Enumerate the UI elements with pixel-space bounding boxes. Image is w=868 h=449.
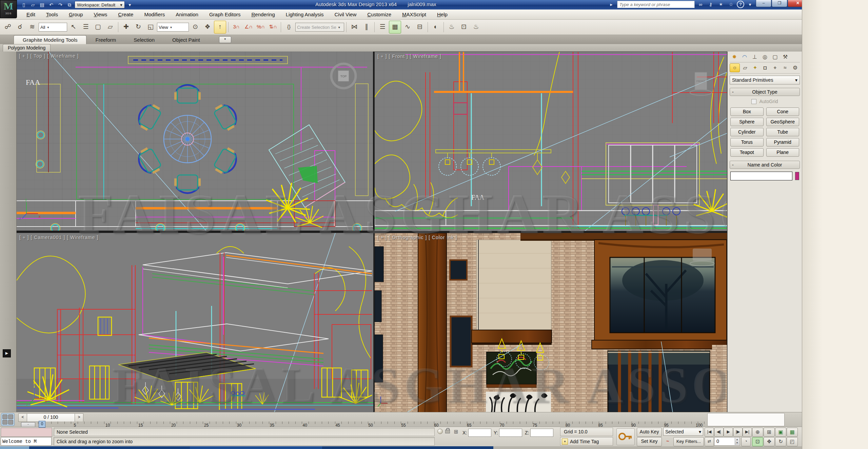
geometry-category-icon[interactable]: ○ [730,63,740,72]
select-and-move-icon[interactable]: ✚ [120,21,132,33]
viewport-orthographic-label[interactable]: [ + ] [ Orthographic ] [ Color Ink ] [377,235,457,240]
zoom-extents-icon[interactable]: ▣ [775,428,786,437]
search-input[interactable] [617,1,695,8]
primitive-category-dropdown[interactable]: Standard Primitives ▾ [730,76,800,84]
percent-snap-icon[interactable]: %∩ [255,21,267,33]
selection-filter-dropdown[interactable]: All▾ [39,23,67,32]
maxscript-listener-text[interactable]: Welcome to M [1,437,52,446]
ribbon-tab-selection[interactable]: Selection [125,36,163,44]
snaps-toggle-icon[interactable]: 3∩ [231,21,242,33]
lights-category-icon[interactable]: ✦ [750,64,760,72]
zoom-region-icon[interactable]: ⊡ [752,437,763,446]
pan-icon[interactable]: ✥ [764,437,775,446]
mirror-icon[interactable]: ⋈ [349,21,360,33]
named-selection-dropdown[interactable]: Create Selection Se▾ [295,23,344,32]
open-file-button[interactable]: ▱ [29,1,37,8]
keying-selection-dropdown[interactable]: Selected ▾ [663,428,703,436]
current-frame-marker[interactable]: 0 [39,421,45,428]
orbit-icon[interactable]: ↻ [775,437,786,446]
redo-button[interactable]: ↷ [56,1,64,8]
autogrid-checkbox[interactable] [751,99,756,104]
frame-forward-button[interactable]: > [75,414,83,422]
rectangular-selection-region-icon[interactable]: ▢ [92,21,104,33]
menu-create[interactable]: Create [113,10,139,19]
graphite-ribbon-toggle-icon[interactable]: ▦ [389,21,401,34]
curve-editor-icon[interactable]: ∿ [402,21,413,33]
key-filters-button[interactable]: Key Filters... [673,437,704,446]
modify-tab-icon[interactable]: ◠ [740,53,749,61]
name-and-color-rollout[interactable]: - Name and Color [730,161,800,169]
menu-customize[interactable]: Customize [362,10,397,19]
menu-group[interactable]: Group [63,10,88,19]
zoom-all-icon[interactable]: ⊞ [764,428,775,437]
render-production-icon[interactable]: ♨ [470,21,482,33]
select-object-icon[interactable]: ↖ [68,21,79,33]
x-coordinate-field[interactable] [468,429,491,437]
frame-back-button[interactable]: < [19,414,27,422]
set-key-toggle[interactable] [616,428,635,445]
shapes-category-icon[interactable]: ▱ [741,64,750,72]
menu-maxscript[interactable]: MAXScript [397,10,432,19]
material-editor-icon[interactable]: ◐ [430,21,441,33]
select-and-scale-icon[interactable]: ◱ [145,21,156,33]
mini-curve-editor-icon[interactable]: ~ [21,422,35,427]
transform-gizmo-icon[interactable]: ⊞ [452,428,460,435]
frame-field-spinner[interactable]: ▲▼ [735,438,739,445]
y-coordinate-field[interactable] [499,429,522,437]
display-tab-icon[interactable]: ▢ [770,53,780,61]
viewcube[interactable] [693,249,712,261]
menu-lighting-analysis[interactable]: Lighting Analysis [280,10,329,19]
add-time-tag[interactable]: ▾ Add Time Tag [560,437,613,446]
save-file-button[interactable]: ▤ [38,1,46,8]
collapse-infocenter-icon[interactable]: ▸ [607,1,616,8]
ribbon-tab-graphite-modeling-tools[interactable]: Graphite Modeling Tools [14,35,86,44]
menu-rendering[interactable]: Rendering [246,10,280,19]
next-frame-button[interactable]: |▶ [733,428,743,437]
edit-named-selections-icon[interactable]: {} [283,21,295,33]
schematic-view-icon[interactable]: ⊟ [414,21,426,33]
application-menu-button[interactable]: M 3DS [0,0,17,18]
viewport-orthographic[interactable]: [ + ] [ Orthographic ] [ Color Ink ] [374,233,727,413]
set-key-button[interactable]: Set Key [637,437,662,446]
box-button[interactable]: Box [730,108,764,116]
viewport-layout-icon[interactable] [1,413,15,426]
favorites-icon[interactable]: ☆ [727,1,735,8]
spacewarps-category-icon[interactable]: ≈ [781,64,790,72]
cameras-category-icon[interactable]: ◘ [761,64,770,72]
communication-center-icon[interactable]: ✶ [716,1,725,8]
new-file-button[interactable]: ▯ [20,1,28,8]
menu-help[interactable]: Help [432,10,453,19]
teapot-button[interactable]: Teapot [730,148,764,157]
layer-manager-icon[interactable]: ☰ [377,21,388,33]
geosphere-button[interactable]: GeoSphere [766,118,800,126]
ribbon-tab-object-paint[interactable]: Object Paint [163,36,209,44]
play-button[interactable]: ▶ [724,428,733,437]
viewport-front-label[interactable]: [ + ] [ Front ] [ Wireframe ] [377,54,441,59]
z-coordinate-field[interactable] [530,429,553,437]
menu-graph-editors[interactable]: Graph Editors [204,10,246,19]
track-bar-ruler[interactable]: 0 05101520253035404550556065707580859095… [38,422,705,427]
select-and-link-icon[interactable]: ☍ [2,21,14,33]
zoom-extents-all-icon[interactable]: ▦ [787,428,798,437]
rendered-frame-window-icon[interactable]: ⊡ [458,21,470,33]
viewport-front[interactable]: FRONT FAA [ + ] [ Front ] [ Wireframe ] [374,52,727,231]
ribbon-minimize-button[interactable]: ▾ [219,36,231,43]
quick-access-overflow-button[interactable]: ▾ [126,1,134,8]
viewport-top[interactable]: TOP y x z FAA [ + ] [ Top ] [ Wireframe … [16,52,373,231]
menu-tools[interactable]: Tools [41,10,63,19]
align-icon[interactable]: ∥ [361,21,372,33]
select-and-manipulate-icon[interactable]: ❖ [202,21,213,33]
spinner-snap-icon[interactable]: ⇅∩ [267,21,279,33]
sphere-button[interactable]: Sphere [730,118,764,126]
hierarchy-tab-icon[interactable]: ⊥ [750,53,760,61]
bind-to-spacewarp-icon[interactable]: ≋ [26,21,38,33]
helpers-category-icon[interactable]: ⌖ [770,64,780,72]
help-icon[interactable]: ? [737,1,744,8]
object-type-rollout[interactable]: - Object Type [730,88,800,96]
viewport-camera[interactable]: z x y [ + ] [ Camera001 ] [ Wireframe ] [16,233,374,413]
polygon-modeling-panel-tab[interactable]: Polygon Modeling [3,44,51,52]
go-to-end-button[interactable]: ▶| [743,428,752,437]
maximize-viewport-icon[interactable]: ◰ [787,437,798,446]
select-by-name-icon[interactable]: ☰ [80,21,92,33]
menu-views[interactable]: Views [88,10,113,19]
